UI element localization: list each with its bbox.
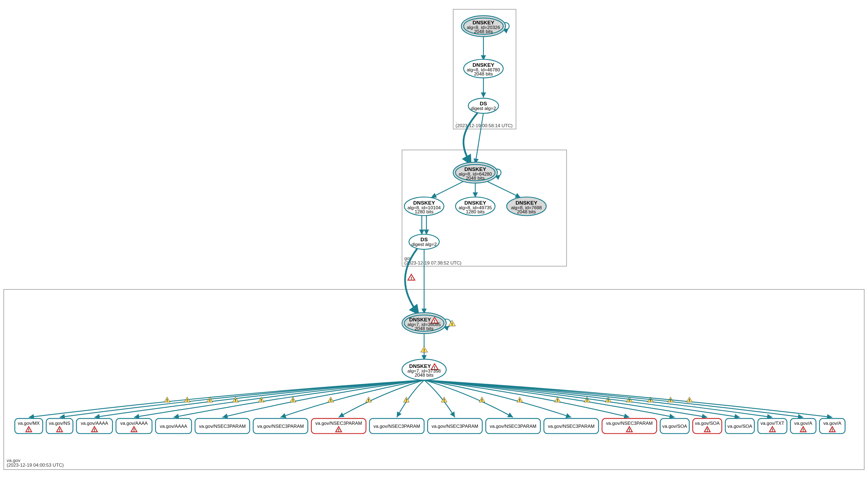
zone-gov-timestamp: (2023-12-19 07:38:52 UTC) bbox=[404, 261, 461, 266]
dnssec-diagram: . (2023-12-19 00:58:14 UTC) gov (2023-12… bbox=[0, 0, 868, 494]
leaf-edges: !!!!!!!!!!!!!!!!!!! bbox=[29, 380, 832, 417]
svg-text:!: ! bbox=[133, 428, 135, 432]
node-vagov-ksk: DNSKEY ! alg=7, id=36085 2048 bits bbox=[402, 312, 446, 334]
node-root-zsk: DNSKEY alg=8, id=46780 2048 bits bbox=[464, 59, 503, 78]
leaf-label-4: va.gov/AAAA bbox=[160, 424, 187, 429]
svg-text:!: ! bbox=[519, 398, 521, 402]
warn-red-edge-gov-ds-vagov: ! bbox=[408, 274, 415, 280]
warn-yellow-edge-leaf-5: ! bbox=[290, 397, 296, 402]
leaf-label-9: va.gov/NSEC3PARAM bbox=[432, 424, 478, 429]
svg-text:!: ! bbox=[368, 398, 369, 402]
svg-text:!: ! bbox=[451, 322, 453, 326]
svg-text:!: ! bbox=[628, 428, 630, 432]
warn-yellow-edge-leaf-10: ! bbox=[479, 397, 485, 402]
edge-vagov-zsk-leaf-9 bbox=[424, 380, 455, 417]
leaf-label-12: va.gov/NSEC3PARAM bbox=[606, 421, 653, 426]
svg-text:!: ! bbox=[292, 398, 294, 402]
svg-text:!: ! bbox=[59, 428, 60, 432]
svg-text:!: ! bbox=[706, 428, 708, 432]
warn-yellow-edge-leaf-8: ! bbox=[403, 397, 409, 402]
svg-text:!: ! bbox=[338, 428, 339, 432]
svg-text:2048 bits: 2048 bits bbox=[474, 29, 493, 34]
svg-text:!: ! bbox=[628, 398, 630, 402]
svg-text:!: ! bbox=[330, 398, 332, 402]
node-gov-ds: DS digest alg=2 bbox=[409, 234, 439, 249]
warn-yellow-edge-leaf-11: ! bbox=[517, 397, 523, 402]
warn-yellow-vagov-ksk-selfloop: ! bbox=[449, 320, 455, 326]
svg-text:DNSKEY: DNSKEY bbox=[409, 363, 431, 369]
svg-text:DNSKEY: DNSKEY bbox=[473, 20, 494, 25]
warn-yellow-vagov-ksk-zsk: ! bbox=[420, 346, 428, 352]
leaf-label-16: va.gov/TXT bbox=[760, 421, 784, 426]
svg-text:1280 bits: 1280 bits bbox=[415, 209, 433, 214]
warn-yellow-edge-leaf-12: ! bbox=[555, 397, 561, 402]
leaf-label-13: va.gov/SOA bbox=[662, 424, 687, 429]
node-gov-key3: DNSKEY alg=8, id=7698 2048 bits bbox=[507, 197, 546, 215]
leaf-label-7: va.gov/NSEC3PARAM bbox=[315, 421, 362, 426]
leaf-label-17: va.gov/A bbox=[794, 421, 812, 426]
warn-yellow-edge-leaf-7: ! bbox=[365, 397, 371, 402]
svg-text:2048 bits: 2048 bits bbox=[415, 373, 433, 378]
edge-vagov-zsk-leaf-8 bbox=[397, 380, 424, 417]
svg-text:!: ! bbox=[650, 398, 651, 402]
svg-text:!: ! bbox=[261, 398, 262, 402]
svg-text:!: ! bbox=[209, 398, 210, 402]
svg-text:!: ! bbox=[411, 276, 412, 280]
edge-root-ds-gov-ksk bbox=[475, 113, 484, 164]
svg-text:DS: DS bbox=[420, 236, 428, 242]
svg-text:!: ! bbox=[689, 398, 690, 402]
svg-text:!: ! bbox=[186, 398, 188, 402]
svg-text:digest alg=2: digest alg=2 bbox=[412, 242, 437, 247]
warn-yellow-edge-leaf-6: ! bbox=[328, 397, 334, 402]
edge-gov-ksk-zsk1 bbox=[431, 180, 466, 198]
warn-yellow-edge-leaf-14: ! bbox=[605, 397, 611, 402]
edge-vagov-zsk-leaf-13 bbox=[424, 380, 675, 417]
svg-text:!: ! bbox=[28, 428, 30, 432]
node-vagov-zsk: DNSKEY ! alg=7, id=37358 2048 bits bbox=[402, 359, 446, 380]
svg-text:DNSKEY: DNSKEY bbox=[413, 200, 435, 206]
leaf-label-10: va.gov/NSEC3PARAM bbox=[490, 424, 536, 429]
warn-yellow-edge-leaf-13: ! bbox=[584, 397, 590, 402]
svg-text:!: ! bbox=[94, 428, 95, 432]
svg-text:!: ! bbox=[405, 398, 407, 402]
leaf-label-0: va.gov/MX bbox=[18, 421, 40, 426]
warn-yellow-edge-leaf-0: ! bbox=[164, 397, 170, 402]
leaf-label-8: va.gov/NSEC3PARAM bbox=[374, 424, 420, 429]
svg-text:DS: DS bbox=[480, 101, 487, 107]
svg-text:DNSKEY: DNSKEY bbox=[515, 200, 537, 206]
node-gov-ksk: DNSKEY alg=8, id=64280 2048 bits bbox=[453, 162, 497, 183]
svg-text:DNSKEY: DNSKEY bbox=[409, 317, 431, 323]
svg-text:DNSKEY: DNSKEY bbox=[465, 166, 486, 172]
leaf-label-3: va.gov/AAAA bbox=[120, 421, 148, 426]
svg-text:!: ! bbox=[557, 398, 558, 402]
node-gov-zsk1: DNSKEY alg=8, id=10104 1280 bits bbox=[404, 197, 444, 215]
leaf-label-2: va.gov/AAAA bbox=[81, 421, 108, 426]
svg-text:!: ! bbox=[772, 428, 773, 432]
leaf-label-1: va.gov/NS bbox=[49, 421, 70, 426]
leaf-label-14: va.gov/SOA bbox=[695, 421, 720, 426]
svg-text:DNSKEY: DNSKEY bbox=[473, 62, 494, 68]
svg-text:!: ! bbox=[803, 428, 804, 432]
warn-yellow-edge-leaf-18: ! bbox=[686, 397, 692, 402]
svg-text:digest alg=2: digest alg=2 bbox=[471, 106, 496, 111]
node-root-ksk: DNSKEY alg=8, id=20326 2048 bits bbox=[461, 16, 505, 36]
svg-text:!: ! bbox=[423, 348, 425, 352]
node-root-ds: DS digest alg=2 bbox=[468, 98, 498, 113]
zone-vagov-timestamp: (2023-12-19 04:00:53 UTC) bbox=[6, 462, 64, 468]
svg-text:2048 bits: 2048 bits bbox=[466, 176, 485, 181]
svg-text:!: ! bbox=[166, 398, 168, 402]
edge-root-ds-gov-ksk-bold bbox=[464, 113, 478, 164]
svg-text:2048 bits: 2048 bits bbox=[415, 326, 433, 331]
svg-text:2048 bits: 2048 bits bbox=[517, 209, 536, 214]
leaf-label-6: va.gov/NSEC3PARAM bbox=[257, 424, 304, 429]
leaf-label-5: va.gov/NSEC3PARAM bbox=[199, 424, 246, 429]
svg-text:DNSKEY: DNSKEY bbox=[465, 200, 486, 206]
svg-text:!: ! bbox=[444, 398, 445, 402]
svg-text:!: ! bbox=[235, 398, 236, 402]
leaf-label-18: va.gov/A bbox=[823, 421, 842, 426]
leaf-nodes: va.gov/MX!va.gov/NS!va.gov/AAAA!va.gov/A… bbox=[15, 418, 845, 434]
leaf-label-15: va.gov/SOA bbox=[727, 424, 752, 429]
svg-text:2048 bits: 2048 bits bbox=[474, 71, 493, 77]
warn-yellow-edge-leaf-3: ! bbox=[232, 397, 238, 402]
node-gov-zsk2: DNSKEY alg=8, id=49735 1280 bits bbox=[456, 197, 495, 215]
